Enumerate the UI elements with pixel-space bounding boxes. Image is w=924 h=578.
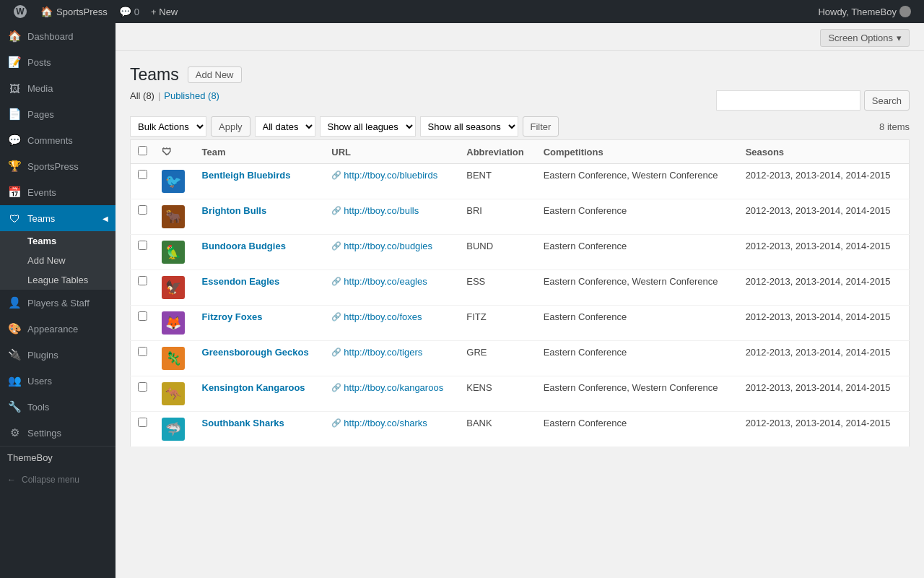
team-name-link[interactable]: Greensborough Geckos [202, 347, 309, 358]
add-new-button[interactable]: Add New [188, 66, 242, 83]
posts-icon: 📝 [7, 55, 22, 69]
seasons-col-header: Seasons [738, 140, 910, 164]
site-name[interactable]: 🏠 SportsPress [35, 6, 113, 17]
comments-link[interactable]: 💬 0 [113, 6, 145, 17]
team-name-link[interactable]: Essendon Eagles [202, 276, 280, 287]
team-url-cell: 🔗http://tboy.co/budgies [324, 235, 459, 270]
events-icon: 📅 [7, 185, 22, 199]
apply-button[interactable]: Apply [211, 116, 250, 137]
sidebar-item-sportspress[interactable]: 🏆 SportsPress [0, 153, 116, 179]
row-checkbox[interactable] [138, 382, 147, 392]
team-abbr-cell: BANK [459, 412, 536, 447]
team-logo-icon: 🦘 [162, 382, 185, 405]
sidebar-item-league-tables[interactable]: League Tables [0, 270, 116, 290]
table-row: 🦊 Fitzroy Foxes 🔗http://tboy.co/foxes FI… [131, 306, 910, 341]
url-col-header: URL [324, 140, 459, 164]
leagues-select[interactable]: Show all leagues [320, 116, 416, 137]
team-name-cell: Greensborough Geckos [195, 341, 325, 376]
row-checkbox[interactable] [138, 170, 147, 179]
sidebar-item-pages[interactable]: 📄 Pages [0, 101, 116, 127]
themeboy-label: ThemeBoy [7, 452, 53, 463]
sidebar-item-teams-add[interactable]: Add New [0, 251, 116, 270]
sidebar-item-comments[interactable]: 💬 Comments [0, 127, 116, 153]
row-checkbox[interactable] [138, 276, 147, 285]
sidebar-item-appearance[interactable]: 🎨 Appearance [0, 316, 116, 342]
media-icon: 🖼 [7, 81, 22, 95]
external-link-icon: 🔗 [331, 383, 341, 392]
sidebar-item-users[interactable]: 👥 Users [0, 368, 116, 394]
team-url-link[interactable]: 🔗http://tboy.co/budgies [331, 241, 452, 251]
team-name-link[interactable]: Kensington Kangaroos [202, 382, 305, 393]
sidebar-label-dashboard: Dashboard [27, 31, 74, 42]
users-icon: 👥 [7, 374, 22, 388]
row-checkbox[interactable] [138, 241, 147, 250]
select-all-col [131, 140, 155, 164]
filter-tab-published[interactable]: Published (8) [164, 90, 219, 101]
settings-icon: ⚙ [7, 426, 22, 440]
search-input[interactable] [716, 90, 860, 111]
team-logo-cell: 🦜 [154, 235, 195, 270]
team-seasons-cell: 2012-2013, 2013-2014, 2014-2015 [738, 164, 910, 199]
team-name-link[interactable]: Southbank Sharks [202, 418, 284, 428]
sidebar-item-plugins[interactable]: 🔌 Plugins [0, 342, 116, 368]
team-seasons-cell: 2012-2013, 2013-2014, 2014-2015 [738, 306, 910, 341]
sidebar-item-teams[interactable]: 🛡 Teams ◀ [0, 205, 116, 231]
sidebar-item-tools[interactable]: 🔧 Tools [0, 394, 116, 420]
sidebar-item-dashboard[interactable]: 🏠 Dashboard [0, 23, 116, 49]
row-checkbox[interactable] [138, 347, 147, 356]
active-arrow-icon: ◀ [103, 215, 108, 223]
sidebar-item-events[interactable]: 📅 Events [0, 179, 116, 205]
team-name-link[interactable]: Bentleigh Bluebirds [202, 170, 291, 181]
row-checkbox[interactable] [138, 311, 147, 321]
competitions-col-header: Competitions [536, 140, 738, 164]
sidebar-item-themeboy[interactable]: ThemeBoy [0, 447, 116, 469]
team-logo-cell: 🦎 [154, 341, 195, 376]
team-url-link[interactable]: 🔗http://tboy.co/eagles [331, 276, 452, 287]
select-all-checkbox[interactable] [138, 146, 147, 155]
team-logo-icon: 🦅 [162, 276, 185, 299]
team-url-link[interactable]: 🔗http://tboy.co/kangaroos [331, 382, 452, 393]
sidebar-label-sportspress: SportsPress [27, 161, 79, 172]
bulk-actions-select[interactable]: Bulk Actions [130, 116, 206, 137]
tools-icon: 🔧 [7, 400, 22, 414]
row-checkbox-cell [131, 235, 155, 270]
sidebar-item-media[interactable]: 🖼 Media [0, 75, 116, 101]
team-abbr-cell: BENT [459, 164, 536, 199]
row-checkbox[interactable] [138, 205, 147, 215]
sidebar-item-teams-list[interactable]: Teams [0, 231, 116, 251]
team-competitions-cell: Eastern Conference [536, 235, 738, 270]
wp-logo[interactable]: W [6, 4, 35, 19]
seasons-select[interactable]: Show all seasons [420, 116, 518, 137]
new-content-link[interactable]: + New [145, 7, 183, 17]
team-name-link[interactable]: Fitzroy Foxes [202, 311, 263, 322]
collapse-label: Collapse menu [22, 475, 79, 485]
team-url-link[interactable]: 🔗http://tboy.co/bluebirds [331, 170, 452, 181]
team-competitions-cell: Eastern Conference [536, 306, 738, 341]
team-logo-cell: 🐦 [154, 164, 195, 199]
team-url-cell: 🔗http://tboy.co/kangaroos [324, 376, 459, 412]
team-name-link[interactable]: Bundoora Budgies [202, 241, 286, 251]
row-checkbox[interactable] [138, 418, 147, 427]
sidebar-item-collapse[interactable]: ← Collapse menu [0, 469, 116, 491]
sidebar-label-posts: Posts [27, 57, 51, 68]
screen-options-button[interactable]: Screen Options ▾ [820, 29, 910, 47]
filter-button[interactable]: Filter [523, 116, 559, 137]
team-seasons-cell: 2012-2013, 2013-2014, 2014-2015 [738, 376, 910, 412]
sidebar-item-players[interactable]: 👤 Players & Staff [0, 290, 116, 316]
filter-tab-all[interactable]: All (8) [130, 90, 154, 101]
team-url-link[interactable]: 🔗http://tboy.co/tigers [331, 347, 452, 358]
team-abbr-cell: BRI [459, 199, 536, 235]
sidebar-label-settings: Settings [27, 428, 61, 439]
sidebar-item-settings[interactable]: ⚙ Settings [0, 420, 116, 446]
search-bar: Search [716, 90, 910, 111]
team-name-link[interactable]: Brighton Bulls [202, 205, 267, 216]
team-url-link[interactable]: 🔗http://tboy.co/foxes [331, 311, 452, 322]
team-url-link[interactable]: 🔗http://tboy.co/sharks [331, 418, 452, 428]
page-title: Teams [130, 65, 179, 85]
dates-select[interactable]: All dates [255, 116, 315, 137]
team-name-cell: Bentleigh Bluebirds [195, 164, 325, 199]
team-url-link[interactable]: 🔗http://tboy.co/bulls [331, 205, 452, 216]
sidebar-label-plugins: Plugins [27, 350, 58, 361]
sidebar-item-posts[interactable]: 📝 Posts [0, 49, 116, 75]
search-button[interactable]: Search [864, 90, 910, 111]
